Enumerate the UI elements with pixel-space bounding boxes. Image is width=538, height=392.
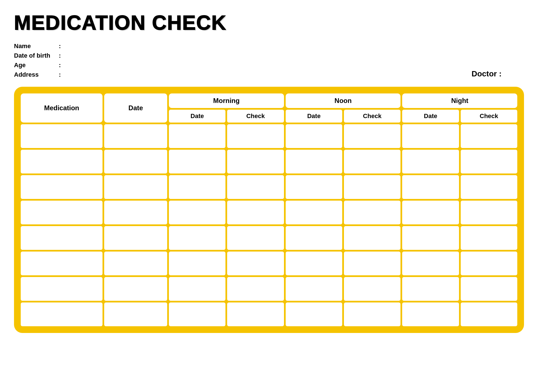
table-cell [344, 302, 400, 326]
age-row: Age : [14, 62, 524, 69]
dob-colon: : [59, 52, 61, 59]
address-row: Address : [14, 71, 524, 78]
page-title: MEDICATION CHECK [14, 11, 524, 34]
table-cell [461, 302, 517, 326]
table-cell [21, 201, 103, 224]
date-header: Date [104, 93, 167, 123]
table-cell [286, 201, 342, 224]
table-cell [402, 302, 459, 326]
address-label: Address [14, 71, 59, 78]
table-cell [104, 277, 167, 301]
table-cell [169, 226, 225, 250]
table-row [21, 175, 517, 199]
patient-info: Name : Date of birth : Age : Address : [14, 43, 524, 78]
medication-table-container: Medication Date Morning Noon Night Date … [14, 87, 524, 333]
table-cell [286, 226, 342, 250]
table-cell [104, 201, 167, 224]
medication-header: Medication [21, 93, 103, 123]
table-cell [104, 175, 167, 199]
table-cell [104, 252, 167, 275]
morning-check-header: Check [227, 110, 284, 123]
table-body [21, 124, 517, 326]
name-row: Name : [14, 43, 524, 50]
table-cell [344, 277, 400, 301]
table-cell [402, 252, 459, 275]
table-cell [104, 226, 167, 250]
age-label: Age [14, 62, 59, 69]
table-cell [461, 226, 517, 250]
table-cell [461, 252, 517, 275]
table-cell [344, 175, 400, 199]
table-cell [286, 150, 342, 173]
table-cell [286, 302, 342, 326]
table-cell [461, 124, 517, 148]
table-cell [104, 150, 167, 173]
medication-table: Medication Date Morning Noon Night Date … [19, 92, 519, 328]
noon-check-header: Check [344, 110, 400, 123]
table-cell [344, 201, 400, 224]
table-cell [227, 150, 284, 173]
table-row [21, 252, 517, 275]
table-cell [286, 277, 342, 301]
table-cell [227, 175, 284, 199]
table-cell [21, 124, 103, 148]
morning-date-header: Date [169, 110, 225, 123]
night-header: Night [402, 93, 517, 108]
table-cell [286, 252, 342, 275]
table-cell [461, 175, 517, 199]
table-cell [227, 201, 284, 224]
table-cell [21, 302, 103, 326]
table-cell [461, 277, 517, 301]
table-cell [21, 175, 103, 199]
table-cell [461, 201, 517, 224]
table-row [21, 226, 517, 250]
table-cell [227, 124, 284, 148]
address-colon: : [59, 71, 61, 78]
patient-info-section: Name : Date of birth : Age : Address : D… [14, 43, 524, 78]
header-group-row: Medication Date Morning Noon Night [21, 93, 517, 108]
table-cell [402, 226, 459, 250]
table-cell [169, 175, 225, 199]
table-cell [169, 124, 225, 148]
table-row [21, 277, 517, 301]
table-cell [169, 252, 225, 275]
morning-header: Morning [169, 93, 284, 108]
name-colon: : [59, 43, 61, 50]
noon-header: Noon [286, 93, 401, 108]
table-cell [21, 277, 103, 301]
age-colon: : [59, 62, 61, 69]
table-cell [402, 277, 459, 301]
table-cell [169, 302, 225, 326]
table-row [21, 150, 517, 173]
table-row [21, 201, 517, 224]
table-cell [402, 150, 459, 173]
table-cell [344, 226, 400, 250]
table-cell [402, 175, 459, 199]
table-row [21, 302, 517, 326]
night-check-header: Check [461, 110, 517, 123]
table-cell [461, 150, 517, 173]
name-label: Name [14, 43, 59, 50]
table-cell [402, 124, 459, 148]
table-cell [344, 150, 400, 173]
table-cell [104, 124, 167, 148]
table-cell [402, 201, 459, 224]
table-cell [227, 302, 284, 326]
night-date-header: Date [402, 110, 459, 123]
table-cell [344, 252, 400, 275]
table-cell [169, 150, 225, 173]
table-cell [169, 277, 225, 301]
table-cell [227, 226, 284, 250]
table-cell [286, 124, 342, 148]
dob-label: Date of birth [14, 52, 59, 59]
table-cell [21, 252, 103, 275]
noon-date-header: Date [286, 110, 342, 123]
table-cell [286, 175, 342, 199]
table-cell [169, 201, 225, 224]
table-cell [227, 252, 284, 275]
dob-row: Date of birth : [14, 52, 524, 59]
doctor-label: Doctor : [472, 69, 502, 78]
table-cell [21, 226, 103, 250]
table-cell [104, 302, 167, 326]
table-cell [21, 150, 103, 173]
